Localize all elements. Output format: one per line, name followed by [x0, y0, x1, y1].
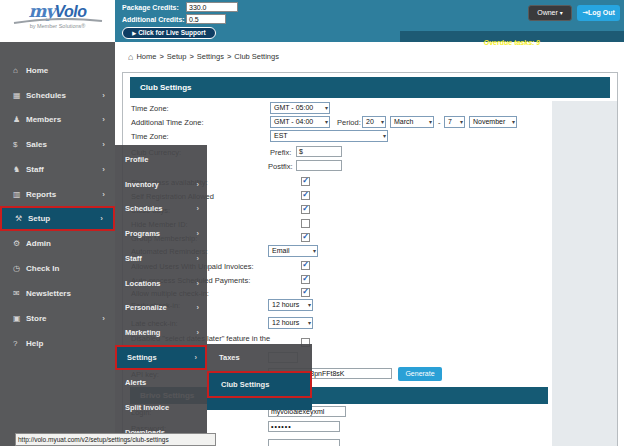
submenu-item-inventory[interactable]: Inventory› — [115, 172, 207, 197]
sidebar-item-admin[interactable]: ⚙Admin — [0, 231, 115, 256]
submenu-item-locations[interactable]: Locations› — [115, 271, 207, 296]
chevron-down-icon: ▾ — [325, 117, 328, 127]
flyout-item-club-settings[interactable]: Club Settings — [207, 371, 312, 398]
additional-timezone-select[interactable]: GMT - 04:00▾ — [270, 116, 330, 128]
automated-reminders-select[interactable]: Email▾ — [268, 245, 318, 257]
clock-icon: ◷ — [13, 256, 26, 281]
submenu-item-label: Personalize — [125, 303, 167, 312]
sidebar-item-label: Admin — [26, 239, 51, 248]
overdue-band: Overdue tasks: 9 — [400, 31, 624, 42]
early-checkin-select[interactable]: 12 hours▾ — [268, 299, 313, 311]
flyout-item-label: Taxes — [219, 353, 240, 362]
sidebar-item-schedules[interactable]: ▦Schedules› — [0, 83, 115, 108]
prefix-label: Prefix: — [270, 148, 291, 157]
sidebar-item-staff[interactable]: ♞Staff› — [0, 157, 115, 182]
late-checkin-select[interactable]: 12 hours▾ — [268, 317, 313, 329]
submenu-item-personalize[interactable]: Personalize› — [115, 295, 207, 320]
home-icon: ⌂ — [128, 52, 133, 62]
myvolo-logo[interactable]: myVolo by Member Solutions® — [0, 0, 115, 42]
submenu-item-alerts[interactable]: Alerts — [115, 370, 207, 395]
sidebar-item-newsletters[interactable]: ✉Newsletters — [0, 281, 115, 306]
breadcrumb: ⌂Home>Setup>Settings>Club Settings — [128, 52, 279, 64]
generate-button[interactable]: Generate — [398, 367, 442, 381]
submenu-item-label: Split Invoice — [125, 403, 169, 412]
chevron-right-icon: › — [102, 157, 105, 182]
sidebar-item-reports[interactable]: ▥Reports› — [0, 182, 115, 207]
multiple-checkin-checkbox[interactable]: ✓ — [301, 288, 310, 297]
period-day2-select[interactable]: 7▾ — [444, 116, 465, 128]
check-icon: ✓ — [302, 205, 309, 213]
chevron-right-icon: › — [102, 306, 105, 331]
owner-dropdown[interactable]: Owner ▾ — [528, 5, 572, 21]
period-month2-value: November — [473, 118, 505, 125]
chevron-right-icon: › — [197, 320, 200, 345]
submenu-item-marketing[interactable]: Marketing› — [115, 320, 207, 345]
sidebar-item-label: Home — [26, 66, 48, 75]
submenu-item-schedules[interactable]: Schedules› — [115, 196, 207, 221]
show-class-availability-checkbox[interactable]: ✓ — [301, 177, 310, 186]
submenu-item-label: Profile — [125, 155, 148, 164]
self-registration-checkbox[interactable]: ✓ — [301, 191, 310, 200]
automated-reminders-value: Email — [272, 247, 290, 254]
chevron-down-icon: ▾ — [308, 318, 311, 328]
chevron-down-icon: ▾ — [325, 103, 328, 113]
submenu-item-split-invoice[interactable]: Split Invoice — [115, 395, 207, 420]
logo-my: my — [29, 1, 55, 21]
package-credits-input[interactable]: 330.0 — [186, 2, 238, 12]
sidebar-item-members[interactable]: ♟Members› — [0, 107, 115, 132]
sidebar-item-setup[interactable]: ⚒Setup› — [0, 206, 115, 231]
close-days-checkbox[interactable]: ✓ — [301, 205, 310, 214]
auto-process-payments-checkbox[interactable]: ✓ — [301, 275, 310, 284]
password-input[interactable]: •••••• — [268, 421, 340, 432]
timezone-select[interactable]: GMT - 05:00▾ — [270, 102, 330, 114]
sidebar-item-store[interactable]: ▣Store› — [0, 306, 115, 331]
chevron-right-icon: › — [197, 172, 200, 197]
period-day-select[interactable]: 20▾ — [362, 116, 386, 128]
timezone2-select[interactable]: EST▾ — [270, 130, 388, 142]
timezone2-label: Time Zone: — [131, 132, 169, 141]
postfix-input[interactable] — [296, 160, 342, 171]
sidebar-item-sales[interactable]: $Sales› — [0, 132, 115, 157]
chevron-down-icon: ▾ — [560, 10, 563, 16]
unpaid-invoices-checkbox[interactable]: ✓ — [301, 261, 310, 270]
extra-input[interactable] — [268, 439, 340, 446]
panel-title-bar: Club Settings — [130, 77, 610, 98]
logo-tagline: by Member Solutions® — [0, 23, 115, 29]
breadcrumb-home[interactable]: Home — [136, 52, 156, 61]
additional-timezone-label: Additional Time Zone: — [131, 118, 204, 127]
panel-right-gutter — [552, 101, 617, 446]
additional-credits-input[interactable]: 0.5 — [186, 14, 226, 24]
chevron-down-icon: ▾ — [381, 117, 384, 127]
submenu-item-profile[interactable]: Profile — [115, 147, 207, 172]
chevron-down-icon: ▾ — [460, 117, 463, 127]
period-month2-select[interactable]: November▾ — [469, 116, 517, 128]
app-window: ⌂Home>Setup>Settings>Club Settings Club … — [0, 0, 624, 446]
submenu-item-settings[interactable]: Settings› — [115, 345, 207, 370]
breadcrumb-settings[interactable]: Settings — [197, 52, 224, 61]
group-membership-checkbox[interactable]: ✓ — [301, 233, 310, 242]
sidebar-item-home[interactable]: ⌂Home — [0, 58, 115, 83]
chevron-right-icon: › — [197, 271, 200, 296]
chevron-right-icon: › — [197, 295, 200, 320]
sidebar-item-check-in[interactable]: ◷Check In — [0, 256, 115, 281]
period-month-select[interactable]: March▾ — [390, 116, 434, 128]
breadcrumb-setup[interactable]: Setup — [167, 52, 187, 61]
sidebar-item-help[interactable]: ?Help — [0, 331, 115, 356]
prefix-input[interactable]: $ — [296, 146, 342, 157]
chevron-down-icon: ▾ — [383, 131, 386, 141]
postfix-label: Postfix: — [268, 162, 293, 171]
gear-icon: ⚙ — [13, 231, 26, 256]
sidebar-item-label: Store — [26, 314, 46, 323]
logout-button[interactable]: ⇥Log Out — [577, 5, 620, 21]
flyout-item-taxes[interactable]: Taxes — [207, 344, 312, 371]
chevron-right-icon: › — [102, 182, 105, 207]
check-icon: ✓ — [302, 261, 309, 269]
submenu-item-staff[interactable]: Staff› — [115, 246, 207, 271]
sidebar-item-label: Staff — [26, 165, 44, 174]
hide-member-id-checkbox[interactable] — [301, 219, 310, 228]
live-support-button[interactable]: ▶Click for Live Support — [122, 27, 216, 39]
sidebar-item-label: Help — [26, 339, 43, 348]
submenu-item-programs[interactable]: Programs› — [115, 221, 207, 246]
period-month-value: March — [394, 118, 413, 125]
sidebar-item-label: Setup — [28, 214, 50, 223]
